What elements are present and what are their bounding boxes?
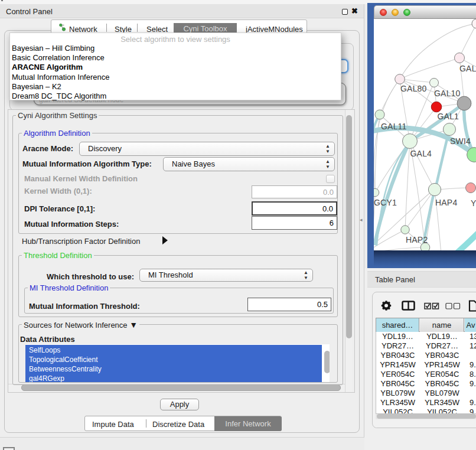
- svg-text:HAP2: HAP2: [406, 235, 428, 244]
- svg-text:GCY1: GCY1: [374, 198, 397, 207]
- svg-text:GAL80: GAL80: [400, 84, 427, 93]
- svg-text:SWI4: SWI4: [450, 136, 471, 146]
- svg-text:GAL4: GAL4: [410, 149, 432, 158]
- svg-text:GAL7: GAL7: [459, 64, 476, 73]
- svg-text:YE: YE: [471, 198, 476, 208]
- svg-text:HAP4: HAP4: [435, 198, 457, 207]
- svg-text:GAL11: GAL11: [381, 122, 407, 131]
- svg-text:GAL1: GAL1: [438, 112, 459, 121]
- svg-text:GAL10: GAL10: [434, 89, 461, 98]
